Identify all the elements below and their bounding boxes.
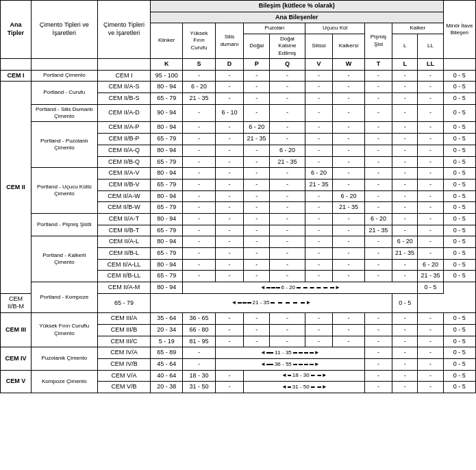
D-CEMIIBS: -	[215, 93, 244, 105]
V-CEMIIBS: -	[305, 93, 333, 105]
h-blank1	[1, 58, 32, 70]
cem-V-label: CEM V	[1, 370, 32, 393]
isaret-CEMIIBLL: CEM II/B-LL	[97, 271, 150, 282]
W-CEMIIALL: -	[332, 259, 364, 271]
V-CEMIIBQ: -	[305, 156, 333, 168]
L-CEMIIAP: -	[392, 122, 417, 134]
P-CEMIIBT: -	[244, 225, 269, 236]
V-CEMIIBL: -	[305, 248, 333, 260]
Q-CEMIIBT: -	[269, 225, 305, 236]
LL-CEMVA: -	[418, 370, 443, 382]
minor-CEMIVA: 0 - 5	[443, 347, 475, 359]
isaret-CEMIIBQ: CEM II/B-Q	[97, 156, 150, 168]
S-CEMIVA: -	[183, 347, 215, 359]
tip-ucucu-kullu: Portland - Uçucu Küllü Çimento	[31, 168, 97, 214]
K-CEMIIBLL: 65 - 79	[151, 271, 183, 282]
T-CEMIIBLL: -	[365, 271, 392, 282]
K-CEMIIIC: 5 - 19	[151, 336, 183, 347]
W-CEMIIAD: -	[332, 104, 364, 122]
header-Q-dogal-kalsine: Doğal Kalsine Edilmiş	[269, 34, 305, 58]
header-klinker: Klinker	[151, 23, 183, 59]
isaret-CEMVB: CEM V/B	[97, 382, 150, 393]
tip-puzolan: Portland - Puzolanlı Çimento	[31, 122, 97, 168]
T-CEMIIAS: -	[365, 82, 392, 93]
K-CEMIIAW: 80 - 94	[151, 190, 183, 202]
table-row: CEM V Kompoze Çimento CEM V/A 40 - 64 18…	[1, 370, 476, 382]
col-W-label: W	[332, 58, 364, 70]
L-CEMIIAS: -	[392, 82, 417, 93]
header-bilesim: Bileşim (kütlece % olarak)	[151, 1, 444, 12]
P-CEMIIAQ: -	[244, 145, 269, 156]
D-CEMIIAV: -	[215, 168, 244, 180]
K-CEMIIBS: 65 - 79	[151, 93, 183, 105]
header-LL: LL	[418, 34, 443, 58]
LL-CEMIIAW: -	[418, 190, 443, 202]
minor-CEMIIBW: 0 - 5	[443, 202, 475, 214]
minor-CEMIIAW: 0 - 5	[443, 190, 475, 202]
P-CEMIIBL: -	[244, 248, 269, 260]
S-CEMVA: 18 - 30	[183, 370, 215, 382]
V-CEMIIALL: -	[305, 259, 333, 271]
D-CEMIIBP: -	[215, 134, 244, 145]
cem-III-label: CEM III	[1, 313, 32, 347]
LL-CEMIVB: -	[418, 358, 443, 370]
T-CEMIIAV: -	[365, 168, 392, 180]
Q-CEMIIBV: -	[269, 179, 305, 190]
D-CEMI: -	[215, 70, 244, 82]
S-CEMIIAT: -	[183, 213, 215, 225]
header-cimento-tipi: Çimento Tipleri ve İşaretleri	[31, 1, 97, 59]
LL-CEMIIBLL: 21 - 35	[418, 271, 443, 282]
W-CEMIIBV: -	[332, 179, 364, 190]
T-CEMIIBT: 21 - 35	[365, 225, 392, 236]
isaret-CEMIIBM: CEM II/B-M	[1, 293, 32, 312]
W-CEMIIBQ: -	[332, 156, 364, 168]
S-CEMIIAW: -	[183, 190, 215, 202]
LL-CEMI: -	[418, 70, 443, 82]
V-CEMIIAL: -	[305, 236, 333, 248]
V-CEMIIBW: -	[305, 202, 333, 214]
isaret-CEMIIAQ: CEM II/A-Q	[97, 145, 150, 156]
Q-CEMIIAD: -	[269, 104, 305, 122]
LL-CEMIIAT: -	[418, 213, 443, 225]
K-CEMIIBW: 65 - 79	[151, 202, 183, 214]
D-CEMIIAD: 6 - 10	[215, 104, 244, 122]
isaret-CEMIIAL: CEM II/A-L	[97, 236, 150, 248]
P-CEMIIIA: -	[244, 313, 269, 325]
W-CEMIIAS: -	[332, 82, 364, 93]
Q-CEMIIBL: -	[269, 248, 305, 260]
W-CEMIIBS: -	[332, 93, 364, 105]
T-CEMIIIA: -	[365, 313, 392, 325]
W-CEMIIAV: -	[332, 168, 364, 180]
K-CEMIIAD: 90 - 94	[151, 104, 183, 122]
Q-CEMIIAL: -	[269, 236, 305, 248]
V-CEMIIBT: -	[305, 225, 333, 236]
S-CEMI: -	[183, 70, 215, 82]
LL-CEMIIBQ: -	[418, 156, 443, 168]
LL-CEMIIBV: -	[418, 179, 443, 190]
K-CEMIIAT: 80 - 94	[151, 213, 183, 225]
P-CEMIIIC: -	[244, 336, 269, 347]
L-CEMIIAW: -	[392, 190, 417, 202]
Q-CEMIIBW: -	[269, 202, 305, 214]
V-CEMIIAW: -	[305, 190, 333, 202]
Q-CEMIIBQ: 21 - 35	[269, 156, 305, 168]
Q-CEMIIBP: -	[269, 134, 305, 145]
D-CEMIIIC: -	[215, 336, 244, 347]
S-CEMIIBW: -	[183, 202, 215, 214]
P-CEMIIALL: -	[244, 259, 269, 271]
L-CEMIIIB: -	[392, 324, 417, 336]
Q-CEMI: -	[269, 70, 305, 82]
D-CEMIIAW: -	[215, 190, 244, 202]
minor-CEMIIIC: 0 - 5	[443, 336, 475, 347]
L-CEMVA: -	[392, 370, 417, 382]
header-ucucu-kul: Uçucu Kül	[305, 23, 365, 34]
L-CEMIIBT: -	[392, 225, 417, 236]
table-row: Portland - Uçucu Küllü Çimento CEM II/A-…	[1, 168, 476, 180]
table-row: CEM III Yüksek Fırın Curuflu Çimento CEM…	[1, 313, 476, 325]
Q-CEMIIAV: -	[269, 168, 305, 180]
L-CEMIIBW: -	[392, 202, 417, 214]
D-CEMIIIA: -	[215, 313, 244, 325]
S-CEMIIBS: 21 - 35	[183, 93, 215, 105]
V-CEMIIBLL: -	[305, 271, 333, 282]
minor-CEMIIAD: 0 - 5	[443, 104, 475, 122]
